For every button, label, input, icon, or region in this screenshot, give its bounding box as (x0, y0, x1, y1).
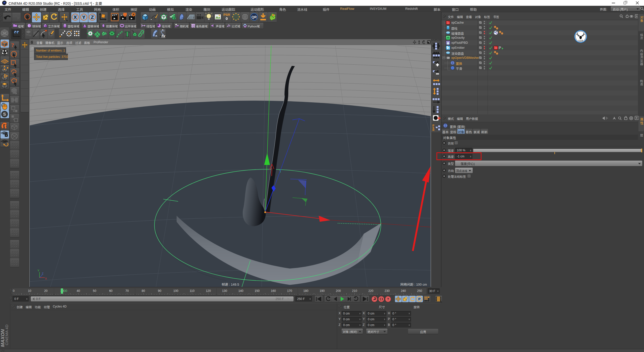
svg-text:10: 10 (28, 289, 31, 293)
svg-text:210: 210 (352, 289, 357, 293)
svg-text:X: X (45, 277, 47, 280)
svg-text:250: 250 (417, 289, 422, 293)
svg-text:Number of emitters: 1: Number of emitters: 1 (36, 49, 65, 52)
svg-text:?: ? (387, 297, 389, 301)
svg-text:X: X (74, 15, 77, 20)
svg-text:QR: QR (252, 15, 257, 19)
svg-text:180: 180 (303, 289, 308, 293)
svg-text:170: 170 (287, 289, 292, 293)
svg-text:T: T (125, 30, 130, 38)
svg-text:240: 240 (401, 289, 406, 293)
svg-text:20: 20 (44, 289, 48, 293)
svg-text:140: 140 (238, 289, 243, 293)
svg-text:70: 70 (126, 289, 129, 293)
svg-text:?: ? (11, 42, 14, 48)
svg-text:帧速 : 149.5: 帧速 : 149.5 (222, 283, 239, 286)
svg-text:230: 230 (385, 289, 390, 293)
svg-text:S: S (3, 112, 6, 117)
svg-text:150: 150 (255, 289, 260, 293)
svg-text:110: 110 (190, 289, 194, 293)
svg-text:50: 50 (93, 289, 96, 293)
svg-text:Y: Y (37, 269, 39, 272)
svg-text:90: 90 (158, 289, 162, 293)
svg-text:30: 30 (64, 289, 67, 293)
svg-text:0: 0 (13, 289, 15, 293)
svg-text:60: 60 (109, 289, 113, 293)
svg-text:190: 190 (319, 289, 325, 293)
svg-text:Total live particles: 3702: Total live particles: 3702 (36, 55, 68, 59)
svg-text:行必者: 行必者 (578, 39, 583, 41)
svg-text:80: 80 (142, 289, 145, 293)
svg-text:100: 100 (173, 289, 178, 293)
svg-text:220: 220 (368, 289, 373, 293)
svg-text:160: 160 (271, 289, 276, 293)
svg-text:fx: fx (162, 34, 166, 38)
svg-text:0: 0 (226, 16, 228, 21)
svg-text:200: 200 (336, 289, 341, 293)
svg-text:Y: Y (82, 15, 86, 20)
svg-text:R: R (432, 128, 434, 131)
svg-text:130: 130 (222, 289, 227, 293)
svg-text:P: P (418, 297, 421, 301)
svg-text:Z: Z (42, 272, 44, 275)
svg-text:网格间距 : 100 cm: 网格间距 : 100 cm (400, 283, 427, 286)
svg-text:Z: Z (91, 15, 94, 20)
svg-text:40: 40 (77, 289, 80, 293)
svg-text:120: 120 (206, 289, 211, 293)
svg-text:PSR: PSR (223, 13, 230, 17)
